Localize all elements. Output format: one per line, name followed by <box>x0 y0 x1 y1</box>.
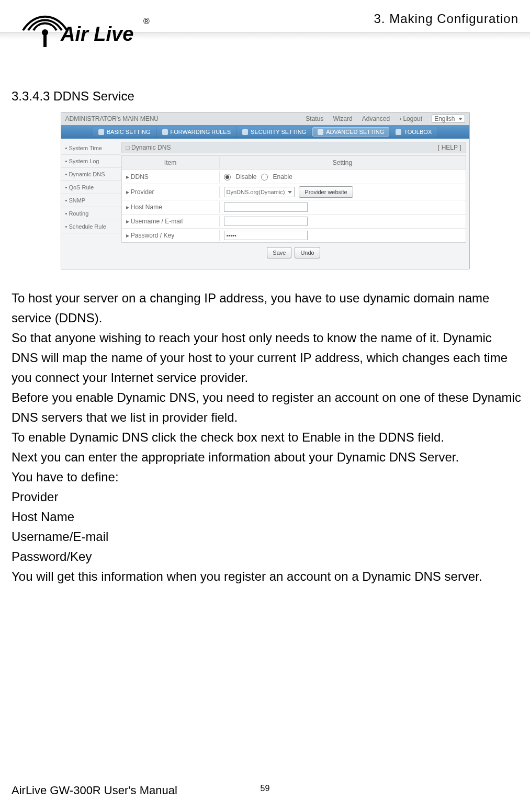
paragraph: Password/Key <box>12 547 522 567</box>
tab-toolbox[interactable]: TOOLBOX <box>390 127 437 137</box>
provider-select[interactable]: DynDNS.org(Dynamic) <box>224 187 295 197</box>
language-value: English <box>434 115 455 122</box>
col-setting: Setting <box>220 157 466 168</box>
sidebar-item-system-log[interactable]: • System Log <box>61 155 121 168</box>
provider-value: DynDNS.org(Dynamic) <box>227 189 285 195</box>
shield-icon <box>242 129 248 135</box>
settings-table: Item Setting ▸ DDNS Disable Enable ▸ <box>121 155 466 243</box>
panel-title: Dynamic DNS <box>126 144 171 151</box>
sidebar-item-dynamic-dns[interactable]: • Dynamic DNS <box>61 168 121 181</box>
paragraph: To enable Dynamic DNS click the check bo… <box>12 427 522 447</box>
paragraph: Provider <box>12 487 522 507</box>
advanced-icon <box>318 129 323 135</box>
chevron-down-icon <box>458 118 463 120</box>
tab-forwarding-rules[interactable]: FORWARDING RULES <box>157 127 236 137</box>
nav-advanced[interactable]: Advanced <box>362 115 390 122</box>
section-heading: 3.3.4.3 DDNS Service <box>12 89 530 104</box>
undo-button[interactable]: Undo <box>295 247 320 258</box>
gear-icon <box>98 129 104 135</box>
paragraph: Username/E-mail <box>12 527 522 547</box>
paragraph: You have to define: <box>12 467 522 487</box>
row-hostname-label: ▸ Host Name <box>122 201 220 213</box>
paragraph: You will get this information when you r… <box>12 567 522 587</box>
admin-menu-label: ADMINISTRATOR's MAIN MENU <box>65 115 159 122</box>
password-input[interactable] <box>224 231 308 240</box>
sidebar-item-snmp[interactable]: • SNMP <box>61 194 121 207</box>
save-button[interactable]: Save <box>267 247 291 258</box>
toolbox-icon <box>396 129 401 135</box>
chapter-label: 3. Making Configuration <box>374 12 518 26</box>
paragraph: To host your server on a changing IP add… <box>12 288 522 328</box>
airlive-logo: Air Live ® <box>19 9 150 55</box>
tab-advanced-setting[interactable]: ADVANCED SETTING <box>312 127 389 137</box>
sidebar-item-qos-rule[interactable]: • QoS Rule <box>61 181 121 194</box>
paragraph: Before you enable Dynamic DNS, you need … <box>12 388 522 427</box>
ddns-disable-radio[interactable] <box>224 174 231 181</box>
nav-wizard[interactable]: Wizard <box>333 115 352 122</box>
col-item: Item <box>122 157 220 168</box>
sidebar-item-routing[interactable]: • Routing <box>61 207 121 220</box>
tab-basic-setting[interactable]: BASIC SETTING <box>93 127 156 137</box>
router-screenshot: ADMINISTRATOR's MAIN MENU Status Wizard … <box>61 112 470 269</box>
row-username-label: ▸ Username / E-mail <box>122 216 220 227</box>
nav-status[interactable]: Status <box>306 115 323 122</box>
page-number: 59 <box>261 784 270 793</box>
paragraph: So that anyone wishing to reach your hos… <box>12 328 522 388</box>
paragraph: Next you can enter the appropriate infor… <box>12 447 522 467</box>
row-provider-label: ▸ Provider <box>122 186 220 198</box>
footer-title: AirLive GW-300R User's Manual <box>12 784 177 797</box>
tab-security-setting[interactable]: SECURITY SETTING <box>237 127 311 137</box>
ddns-enable-radio[interactable] <box>261 174 268 181</box>
sidebar: • System Time • System Log • Dynamic DNS… <box>61 139 121 269</box>
paragraph: Host Name <box>12 507 522 527</box>
nav-logout[interactable]: › Logout <box>399 115 422 122</box>
svg-rect-1 <box>43 32 47 47</box>
help-link[interactable]: [ HELP ] <box>438 144 461 151</box>
svg-text:®: ® <box>143 17 150 26</box>
username-input[interactable] <box>224 217 308 226</box>
ddns-disable-label: Disable <box>236 173 257 181</box>
provider-website-button[interactable]: Provider website <box>299 186 353 198</box>
row-ddns-label: ▸ DDNS <box>122 171 220 183</box>
forward-icon <box>162 129 168 135</box>
ddns-enable-label: Enable <box>273 173 292 181</box>
body-text: To host your server on a changing IP add… <box>12 288 522 587</box>
sidebar-item-system-time[interactable]: • System Time <box>61 142 121 155</box>
svg-text:Air Live: Air Live <box>60 23 133 45</box>
sidebar-item-schedule-rule[interactable]: • Schedule Rule <box>61 220 121 233</box>
row-password-label: ▸ Password / Key <box>122 230 220 241</box>
hostname-input[interactable] <box>224 202 308 212</box>
chevron-down-icon <box>288 191 292 194</box>
language-select[interactable]: English <box>432 115 465 123</box>
